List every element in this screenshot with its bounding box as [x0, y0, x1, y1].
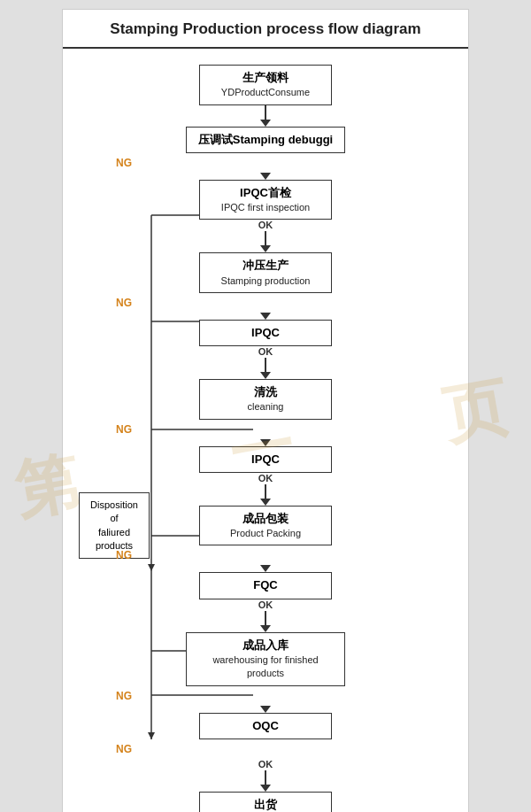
arrow-line	[265, 105, 266, 120]
page-title: Stamping Production process flow diagram	[110, 20, 420, 37]
ok-label-7: OK	[258, 473, 273, 483]
step-6-cn: 清洗	[209, 384, 322, 400]
ok-label-3: OK	[258, 220, 273, 230]
ng-label-10: NG	[116, 690, 132, 702]
step-1-en: YDProductConsume	[209, 86, 322, 99]
arrow-1	[260, 105, 271, 127]
ng-row-4: NG	[63, 293, 468, 313]
step-7-cn: IPQC	[209, 452, 322, 468]
step-3-cn: IPQC首检	[209, 185, 322, 201]
arrow-head-9	[260, 625, 271, 632]
arrow-6	[260, 439, 271, 446]
arrow-head-4	[260, 313, 271, 320]
arrow-8	[260, 565, 271, 572]
arrow-ok-11: OK	[258, 759, 273, 792]
arrow-head	[260, 120, 271, 127]
step-8-cn: 成品包装	[209, 511, 322, 527]
arrow-ok-7: OK	[258, 473, 273, 506]
step-8-row: Disposition of faliured products 成品包装 Pr…	[63, 506, 468, 546]
step-9-cn: FQC	[209, 577, 322, 593]
ng-row-6: NG	[63, 420, 468, 439]
step-10-en: warehousing for finished products	[196, 653, 335, 681]
arrow-line-5	[265, 358, 266, 372]
ng-row-10: NG	[63, 686, 468, 706]
step-3: IPQC首检 IPQC first inspection	[199, 180, 332, 220]
step-6: 清洗 cleaning	[199, 379, 332, 420]
step-10-cn: 成品入库	[196, 638, 335, 653]
arrow-head-10	[260, 706, 271, 713]
page: Stamping Production process flow diagram…	[62, 9, 469, 812]
title-area: Stamping Production process flow diagram	[63, 10, 468, 49]
step-4-en: Stamping production	[209, 275, 322, 288]
ng-row-8: NG	[63, 545, 468, 565]
step-2-cn: 压调试Stamping debuggi	[196, 132, 335, 148]
step-1-cn: 生产领料	[209, 70, 322, 86]
arrow-10	[260, 706, 271, 713]
ng-label-8: NG	[116, 549, 132, 561]
arrow-head-11	[260, 785, 271, 792]
step-9: FQC	[199, 572, 332, 599]
step-12-cn: 出货	[209, 797, 322, 812]
arrow-line-11	[265, 770, 266, 785]
ng-label-11: NG	[116, 743, 132, 755]
step-12: 出货 Delivery goods	[199, 792, 332, 812]
arrow-head-3	[260, 245, 271, 252]
step-5: IPQC	[199, 320, 332, 346]
ok-label-11: OK	[258, 759, 273, 769]
disposition-line1: Disposition of	[87, 499, 142, 526]
step-1: 生产领料 YDProductConsume	[199, 65, 332, 105]
arrow-4	[260, 313, 271, 320]
step-11-cn: OQC	[209, 718, 322, 734]
step-10: 成品入库 warehousing for finished products	[186, 632, 345, 686]
ok-label-5: OK	[258, 346, 273, 357]
arrow-line-3	[265, 231, 266, 245]
arrow-head-2	[260, 173, 271, 180]
step-7: IPQC	[199, 446, 332, 473]
step-4: 冲压生产 Stamping production	[199, 252, 332, 293]
flow-container: 生产领料 YDProductConsume 压调试Stamping debugg…	[63, 49, 468, 812]
arrow-ok-5: OK	[258, 346, 273, 379]
step-6-en: cleaning	[209, 400, 322, 414]
step-5-cn: IPQC	[209, 325, 322, 341]
flow-wrapper: 第 一 页 生产领料 YDProductConsume 压调试Stamping …	[63, 49, 468, 812]
ng-label-2: NG	[116, 157, 132, 169]
step-8: 成品包装 Product Packing	[199, 506, 332, 546]
ng-label-4: NG	[116, 297, 132, 309]
ng-row-11: NG	[63, 739, 468, 759]
arrow-2	[260, 173, 271, 180]
arrow-head-6	[260, 439, 271, 446]
ok-label-9: OK	[258, 599, 273, 610]
arrow-line-9	[265, 611, 266, 625]
step-3-en: IPQC first inspection	[209, 201, 322, 214]
arrow-head-5	[260, 372, 271, 379]
arrow-ok-9: OK	[258, 599, 273, 632]
ng-label-6: NG	[116, 423, 132, 436]
step-8-en: Product Packing	[209, 527, 322, 540]
step-11: OQC	[199, 713, 332, 739]
step-4-cn: 冲压生产	[209, 258, 322, 274]
ng-row-2: NG	[63, 153, 468, 173]
arrow-head-7	[260, 499, 271, 506]
arrow-line-7	[265, 484, 266, 499]
arrow-head-8	[260, 565, 271, 572]
arrow-ok-3: OK	[258, 220, 273, 252]
step-2: 压调试Stamping debuggi	[186, 127, 345, 153]
